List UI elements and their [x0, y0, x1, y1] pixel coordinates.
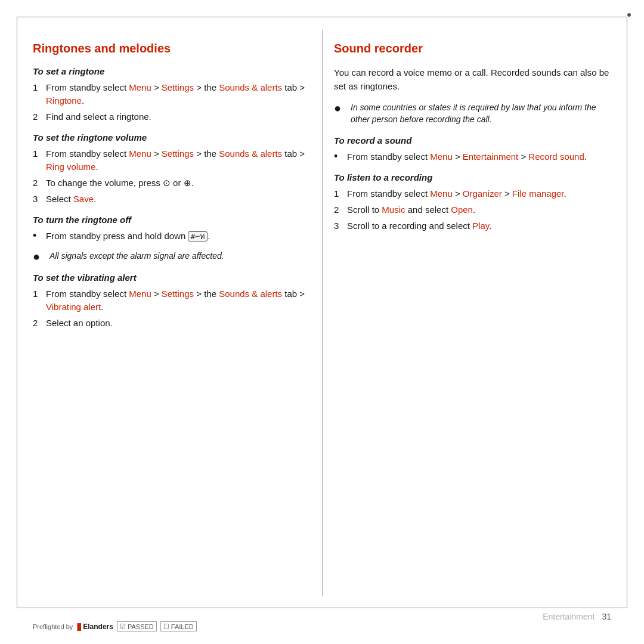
step-item: 2 Find and select a ringtone. [33, 110, 310, 123]
page-category: Entertainment [543, 612, 595, 621]
step-number: 2 [33, 317, 41, 330]
preflighted-label: Preflighted by [33, 623, 73, 630]
step-item: 1 From standby select Menu > Settings > … [33, 147, 310, 174]
content-area: Ringtones and melodies To set a ringtone… [33, 30, 611, 596]
left-column: Ringtones and melodies To set a ringtone… [33, 30, 310, 596]
passed-label: PASSED [128, 623, 154, 630]
step-number: 3 [334, 219, 342, 233]
footer-preflighted: Preflighted by ▮ Elanders ☑ PASSED ☐ FAI… [33, 621, 197, 632]
brand-name: Elanders [83, 623, 113, 631]
page-border-right [627, 17, 627, 608]
step-item: 1 From standby select Menu > Organizer >… [334, 187, 611, 200]
step-text: From standby select Menu > Settings > th… [46, 147, 310, 174]
step-text: From standby select Menu > Settings > th… [46, 287, 310, 314]
step-number: 2 [334, 203, 342, 216]
subsection-ringtone-volume-title: To set the ringtone volume [33, 132, 310, 143]
elanders-icon: ▮ [76, 621, 82, 632]
step-item: 3 Scroll to a recording and select Play. [334, 219, 611, 233]
step-text: Scroll to a recording and select Play. [347, 219, 491, 233]
step-text: Find and select a ringtone. [46, 110, 151, 123]
step-number: 1 [33, 81, 41, 107]
vibrating-steps: 1 From standby select Menu > Settings > … [33, 287, 310, 329]
record-bullets: • From standby select Menu > Entertainme… [334, 150, 611, 163]
page-number: 31 [602, 612, 611, 621]
warning-text: In some countries or states it is requir… [351, 101, 611, 126]
left-section-title: Ringtones and melodies [33, 42, 310, 55]
step-number: 1 [33, 287, 41, 314]
step-number: 2 [33, 110, 41, 123]
step-item: 2 Scroll to Music and select Open. [334, 203, 611, 216]
bullet-text: From standby select Menu > Entertainment… [347, 150, 587, 163]
warning-icon: ● [33, 250, 45, 263]
step-text: Select an option. [46, 317, 113, 330]
subsection-set-ringtone-title: To set a ringtone [33, 66, 310, 76]
step-number: 1 [33, 147, 41, 174]
step-text: From standby select Menu > Settings > th… [46, 81, 310, 107]
bullet-text: From standby press and hold down #⌐ท. [46, 230, 210, 243]
page-border-bottom [17, 608, 627, 608]
turn-off-bullets: • From standby press and hold down #⌐ท. [33, 230, 310, 243]
subsection-record-title: To record a sound [334, 135, 611, 145]
bullet-item: • From standby select Menu > Entertainme… [334, 150, 611, 163]
page-border-left [17, 17, 17, 608]
subsection-listen-title: To listen to a recording [334, 172, 611, 182]
right-section-title: Sound recorder [334, 42, 611, 55]
page-border-top [17, 17, 627, 17]
corner-dot [627, 13, 631, 17]
step-item: 2 Select an option. [33, 317, 310, 330]
passed-box: ☑ PASSED [117, 621, 157, 631]
step-item: 3 Select Save. [33, 193, 310, 206]
step-number: 1 [334, 187, 342, 200]
step-text: Scroll to Music and select Open. [347, 203, 475, 216]
step-text: From standby select Menu > Organizer > F… [347, 187, 566, 200]
step-text: Select Save. [46, 193, 96, 206]
bullet-item: • From standby press and hold down #⌐ท. [33, 230, 310, 243]
step-item: 1 From standby select Menu > Settings > … [33, 81, 310, 107]
step-number: 3 [33, 193, 41, 206]
listen-steps: 1 From standby select Menu > Organizer >… [334, 187, 611, 232]
subsection-turn-off-title: To turn the ringtone off [33, 215, 310, 225]
bullet-dot: • [33, 230, 41, 243]
right-section-intro: You can record a voice memo or a call. R… [334, 66, 611, 93]
step-number: 2 [33, 177, 41, 190]
failed-box: ☐ FAILED [160, 621, 197, 631]
step-item: 1 From standby select Menu > Settings > … [33, 287, 310, 314]
footer-area: Preflighted by ▮ Elanders ☑ PASSED ☐ FAI… [33, 621, 611, 632]
elanders-logo: ▮ Elanders [76, 621, 113, 632]
page-number-area: Entertainment 31 [543, 612, 611, 621]
checkbox-empty-icon: ☐ [163, 623, 169, 630]
checkbox-icon: ☑ [120, 623, 126, 630]
failed-label: FAILED [171, 623, 194, 630]
warning-block: ● All signals except the alarm signal ar… [33, 250, 310, 263]
subsection-vibrating-title: To set the vibrating alert [33, 273, 310, 283]
bullet-dot: • [334, 150, 342, 163]
warning-text: All signals except the alarm signal are … [49, 250, 224, 262]
step-item: 2 To change the volume, press ⊙ or ⊕. [33, 177, 310, 190]
warning-icon: ● [334, 101, 346, 114]
ringtone-volume-steps: 1 From standby select Menu > Settings > … [33, 147, 310, 205]
set-ringtone-steps: 1 From standby select Menu > Settings > … [33, 81, 310, 123]
right-warning-block: ● In some countries or states it is requ… [334, 101, 611, 126]
right-column: Sound recorder You can record a voice me… [334, 30, 611, 596]
step-text: To change the volume, press ⊙ or ⊕. [46, 177, 194, 190]
